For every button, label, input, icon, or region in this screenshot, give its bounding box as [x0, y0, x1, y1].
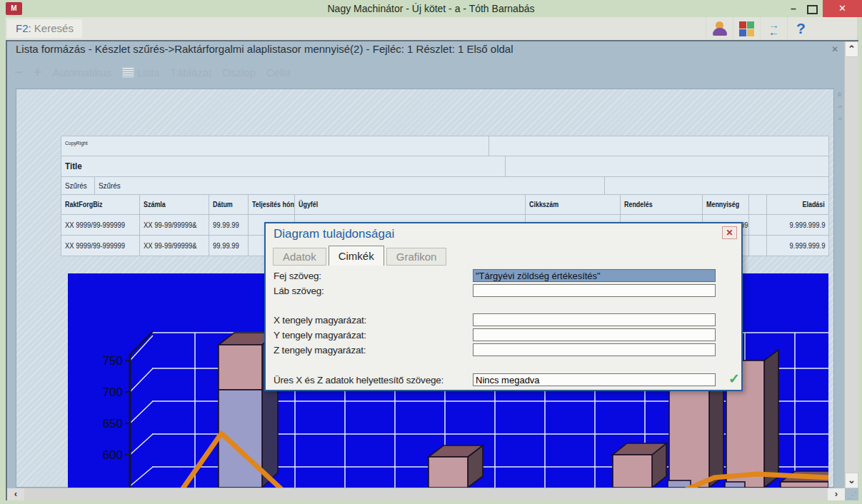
panel-close-icon: ✕	[831, 44, 838, 54]
close-icon: ✕	[838, 3, 846, 14]
tab-cimkek[interactable]: Cimkék	[329, 246, 384, 266]
copyright-band[interactable]: CopyRight	[61, 136, 829, 156]
zoom-in-button[interactable]: +	[34, 64, 42, 81]
minimize-button[interactable]: –	[784, 0, 803, 17]
x-tengely-label: X tengely magyarázat:	[274, 315, 366, 326]
cella-button[interactable]: Cella	[266, 66, 291, 79]
ures-adatok-input[interactable]	[473, 373, 716, 386]
empty-cell[interactable]	[605, 177, 829, 194]
lab-szoveg-label: Láb szöveg:	[274, 286, 324, 296]
tab-adatok[interactable]: Adatok	[273, 248, 326, 266]
z-tengely-input[interactable]	[473, 343, 716, 356]
table-cell[interactable]	[749, 215, 767, 235]
title-band[interactable]: Title	[61, 156, 829, 177]
dialog-tab-bar: Adatok Cimkék Grafikon	[273, 246, 448, 266]
title-cell[interactable]: Title	[61, 156, 506, 176]
confirm-button[interactable]: ✓	[728, 371, 740, 387]
tablazat-button[interactable]: Táblázat	[171, 66, 212, 79]
titlebar[interactable]: Nagy Machinátor - Új kötet - a - Tóth Ba…	[0, 0, 862, 17]
column-header[interactable]: Mennyiség	[703, 195, 749, 214]
dialog-title: Diagram tulajdonságai	[274, 227, 394, 241]
user-button[interactable]	[706, 17, 733, 40]
panel-collapse-controls: » › ›	[834, 90, 844, 124]
empty-cell[interactable]	[489, 136, 829, 156]
column-header[interactable]: Rendelés	[621, 195, 703, 214]
column-header[interactable]: Ügyfél	[295, 195, 526, 214]
table-cell[interactable]	[749, 236, 767, 256]
maximize-button[interactable]	[803, 0, 821, 17]
column-header-row[interactable]: RaktForgBiz Számla Dátum Teljesítés hóna…	[61, 195, 829, 215]
help-button[interactable]: ?	[787, 17, 814, 40]
tab-grafikon[interactable]: Grafikon	[386, 248, 447, 266]
table-cell[interactable]: XX 9999/99-999999	[61, 215, 140, 235]
help-icon: ?	[796, 20, 806, 37]
filter-cell-right[interactable]: Szűrés	[95, 177, 605, 194]
table-cell[interactable]: XX 99-99/99999&	[140, 236, 209, 256]
filter-band[interactable]: Szűrés Szűrés	[61, 177, 829, 195]
lab-szoveg-input[interactable]	[473, 284, 716, 297]
column-header[interactable]: Számla	[140, 195, 209, 214]
zoom-out-button[interactable]: −	[14, 64, 23, 81]
fej-szoveg-label: Fej szöveg:	[274, 271, 321, 281]
column-header[interactable]: Dátum	[209, 195, 249, 214]
copyright-cell[interactable]: CopyRight	[61, 136, 489, 156]
y-tick-700: 700	[103, 385, 123, 399]
transfer-arrows-icon: → ←	[768, 21, 779, 36]
automatikus-button[interactable]: Automatikus	[52, 66, 111, 79]
y-tick-750: 750	[103, 354, 123, 368]
diagram-properties-dialog: Diagram tulajdonságai ✕ Adatok Cimkék Gr…	[264, 222, 743, 391]
scroll-left-button[interactable]: ‹	[7, 488, 24, 500]
scroll-up-button[interactable]: ⌃	[845, 41, 858, 57]
collapse-icon[interactable]: ›	[835, 105, 844, 108]
app-logo-icon: M	[6, 2, 22, 15]
column-header[interactable]	[749, 195, 767, 214]
table-cell[interactable]: XX 99-99/99999&	[140, 215, 209, 235]
f2-key-label: F2:	[16, 22, 31, 34]
table-cell[interactable]: 99.99.99	[209, 215, 249, 235]
empty-cell[interactable]	[506, 156, 829, 176]
collapse-all-icon[interactable]: »	[834, 92, 843, 97]
scroll-right-button[interactable]: ›	[828, 488, 845, 500]
lista-button[interactable]: Lista	[122, 66, 160, 79]
app-window: Nagy Machinátor - Új kötet - a - Tóth Ba…	[0, 0, 862, 504]
filter-cell-left[interactable]: Szűrés	[61, 177, 95, 194]
scroll-down-button[interactable]: ⌄	[845, 473, 858, 488]
window-title: Nagy Machinátor - Új kötet - a - Tóth Ba…	[0, 0, 862, 17]
column-header[interactable]: Teljesítés hónap	[249, 195, 295, 214]
column-header[interactable]: RaktForgBiz	[61, 195, 140, 214]
list-icon	[122, 67, 134, 78]
column-header[interactable]: Cikkszám	[526, 195, 621, 214]
oszlop-button[interactable]: Oszlop	[222, 66, 256, 79]
y-tick-650: 650	[103, 417, 123, 430]
minimize-icon: –	[791, 3, 796, 14]
fej-szoveg-input[interactable]	[473, 269, 716, 282]
table-cell[interactable]: 99.99.99	[209, 236, 249, 256]
modules-grid-icon	[739, 21, 754, 36]
ures-adatok-label: Üres X és Z adatok helyettesítő szövege:	[274, 375, 443, 385]
table-cell[interactable]: 9.999.999.9	[767, 215, 829, 235]
maximize-icon	[807, 5, 818, 14]
checkmark-icon: ✓	[728, 371, 740, 386]
table-cell[interactable]: XX 9999/99-999999	[61, 236, 140, 256]
horizontal-scrollbar[interactable]: ‹ ›	[7, 488, 845, 500]
user-icon	[712, 21, 728, 36]
modules-button[interactable]	[733, 17, 760, 40]
column-header[interactable]: Eladási	[767, 195, 829, 214]
dialog-close-icon: ✕	[726, 228, 733, 238]
transfer-button[interactable]: → ←	[760, 17, 787, 40]
y-tengely-label: Y tengely magyarázat:	[274, 330, 366, 341]
expand-icon[interactable]: ›	[835, 117, 844, 120]
y-tick-600: 600	[103, 448, 123, 462]
dialog-close-button[interactable]: ✕	[722, 226, 737, 239]
format-toolbar: − + Automatikus Lista Táblázat Oszlop Ce…	[14, 64, 291, 81]
resize-grip[interactable]: ⋰	[848, 490, 857, 500]
panel-close-button[interactable]: ✕	[831, 44, 838, 54]
table-cell[interactable]: 9.999.999.9	[767, 236, 829, 256]
z-tengely-label: Z tengely magyarázat:	[274, 345, 366, 356]
close-button[interactable]: ✕	[823, 0, 862, 17]
vertical-scrollbar[interactable]: ⌃ ⌄	[844, 41, 858, 488]
x-tengely-input[interactable]	[473, 313, 716, 326]
f2-search-button[interactable]: F2: Keresés	[7, 19, 82, 38]
format-header-title: Lista formázás - Készlet szűrés->Raktárf…	[16, 43, 513, 55]
y-tengely-input[interactable]	[473, 328, 716, 341]
